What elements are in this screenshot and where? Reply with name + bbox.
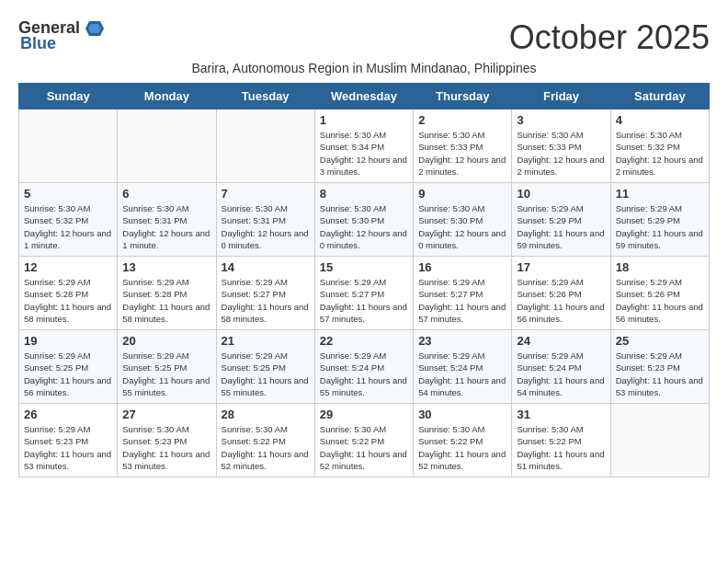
day-info: Sunrise: 5:30 AM Sunset: 5:31 PM Dayligh…	[222, 202, 310, 251]
day-number: 26	[24, 408, 112, 421]
day-number: 15	[320, 260, 408, 274]
calendar-cell: 1Sunrise: 5:30 AM Sunset: 5:34 PM Daylig…	[314, 109, 413, 183]
day-info: Sunrise: 5:30 AM Sunset: 5:30 PM Dayligh…	[418, 202, 506, 251]
weekday-header-row: SundayMondayTuesdayWednesdayThursdayFrid…	[19, 84, 710, 109]
calendar-cell: 2Sunrise: 5:30 AM Sunset: 5:33 PM Daylig…	[414, 109, 512, 183]
day-number: 18	[616, 260, 704, 274]
day-info: Sunrise: 5:29 AM Sunset: 5:25 PM Dayligh…	[24, 350, 112, 398]
day-info: Sunrise: 5:29 AM Sunset: 5:27 PM Dayligh…	[418, 276, 506, 325]
day-number: 22	[320, 334, 408, 348]
weekday-header-wednesday: Wednesday	[314, 84, 413, 109]
day-number: 10	[517, 187, 605, 201]
day-info: Sunrise: 5:29 AM Sunset: 5:29 PM Dayligh…	[616, 202, 704, 251]
day-info: Sunrise: 5:29 AM Sunset: 5:26 PM Dayligh…	[517, 276, 605, 325]
page-header: General Blue October 2025	[18, 18, 710, 57]
day-number: 8	[320, 187, 408, 201]
day-info: Sunrise: 5:30 AM Sunset: 5:34 PM Dayligh…	[320, 129, 408, 178]
day-info: Sunrise: 5:29 AM Sunset: 5:23 PM Dayligh…	[24, 423, 112, 472]
calendar-cell	[19, 109, 118, 183]
logo: General Blue	[18, 18, 104, 53]
weekday-header-saturday: Saturday	[610, 84, 709, 109]
calendar-week-row: 26Sunrise: 5:29 AM Sunset: 5:23 PM Dayli…	[19, 404, 710, 477]
calendar-table: SundayMondayTuesdayWednesdayThursdayFrid…	[18, 83, 710, 477]
day-number: 4	[616, 113, 704, 127]
calendar-cell: 16Sunrise: 5:29 AM Sunset: 5:27 PM Dayli…	[414, 257, 512, 330]
day-number: 28	[222, 408, 310, 421]
calendar-cell: 25Sunrise: 5:29 AM Sunset: 5:23 PM Dayli…	[610, 330, 709, 404]
day-info: Sunrise: 5:29 AM Sunset: 5:28 PM Dayligh…	[122, 276, 210, 325]
weekday-header-friday: Friday	[512, 84, 610, 109]
calendar-cell: 24Sunrise: 5:29 AM Sunset: 5:24 PM Dayli…	[512, 330, 610, 404]
calendar-cell: 28Sunrise: 5:30 AM Sunset: 5:22 PM Dayli…	[216, 404, 314, 477]
day-number: 25	[616, 334, 704, 348]
day-info: Sunrise: 5:29 AM Sunset: 5:25 PM Dayligh…	[122, 350, 210, 398]
day-number: 19	[24, 334, 112, 348]
day-info: Sunrise: 5:29 AM Sunset: 5:24 PM Dayligh…	[517, 350, 605, 398]
calendar-cell: 30Sunrise: 5:30 AM Sunset: 5:22 PM Dayli…	[414, 404, 512, 477]
calendar-cell: 31Sunrise: 5:30 AM Sunset: 5:22 PM Dayli…	[512, 404, 610, 477]
calendar-cell: 10Sunrise: 5:29 AM Sunset: 5:29 PM Dayli…	[512, 183, 610, 257]
day-number: 30	[418, 408, 506, 421]
month-title: October 2025	[509, 18, 710, 57]
day-info: Sunrise: 5:30 AM Sunset: 5:33 PM Dayligh…	[418, 129, 506, 178]
calendar-cell: 29Sunrise: 5:30 AM Sunset: 5:22 PM Dayli…	[314, 404, 413, 477]
calendar-cell: 6Sunrise: 5:30 AM Sunset: 5:31 PM Daylig…	[118, 183, 216, 257]
day-number: 31	[517, 408, 605, 421]
day-number: 17	[517, 260, 605, 274]
day-number: 20	[122, 334, 210, 348]
calendar-cell: 4Sunrise: 5:30 AM Sunset: 5:32 PM Daylig…	[610, 109, 709, 183]
day-info: Sunrise: 5:29 AM Sunset: 5:24 PM Dayligh…	[418, 350, 506, 398]
day-info: Sunrise: 5:29 AM Sunset: 5:29 PM Dayligh…	[517, 202, 605, 251]
calendar-cell: 19Sunrise: 5:29 AM Sunset: 5:25 PM Dayli…	[19, 330, 118, 404]
calendar-cell: 23Sunrise: 5:29 AM Sunset: 5:24 PM Dayli…	[414, 330, 512, 404]
day-number: 14	[222, 260, 310, 274]
day-number: 13	[122, 260, 210, 274]
weekday-header-thursday: Thursday	[414, 84, 512, 109]
day-number: 21	[222, 334, 310, 348]
day-number: 16	[418, 260, 506, 274]
calendar-cell	[216, 109, 314, 183]
calendar-cell: 11Sunrise: 5:29 AM Sunset: 5:29 PM Dayli…	[610, 183, 709, 257]
day-number: 1	[320, 113, 408, 127]
day-info: Sunrise: 5:29 AM Sunset: 5:23 PM Dayligh…	[616, 350, 704, 398]
calendar-cell: 27Sunrise: 5:30 AM Sunset: 5:23 PM Dayli…	[118, 404, 216, 477]
day-info: Sunrise: 5:30 AM Sunset: 5:22 PM Dayligh…	[222, 423, 310, 472]
subtitle: Barira, Autonomous Region in Muslim Mind…	[18, 61, 710, 75]
calendar-cell: 17Sunrise: 5:29 AM Sunset: 5:26 PM Dayli…	[512, 257, 610, 330]
calendar-week-row: 5Sunrise: 5:30 AM Sunset: 5:32 PM Daylig…	[19, 183, 710, 257]
day-info: Sunrise: 5:30 AM Sunset: 5:32 PM Dayligh…	[616, 129, 704, 178]
day-info: Sunrise: 5:29 AM Sunset: 5:27 PM Dayligh…	[320, 276, 408, 325]
logo-blue-text: Blue	[20, 34, 56, 53]
calendar-week-row: 12Sunrise: 5:29 AM Sunset: 5:28 PM Dayli…	[19, 257, 710, 330]
day-number: 23	[418, 334, 506, 348]
day-info: Sunrise: 5:29 AM Sunset: 5:26 PM Dayligh…	[616, 276, 704, 325]
calendar-week-row: 19Sunrise: 5:29 AM Sunset: 5:25 PM Dayli…	[19, 330, 710, 404]
day-info: Sunrise: 5:29 AM Sunset: 5:28 PM Dayligh…	[24, 276, 112, 325]
calendar-cell: 18Sunrise: 5:29 AM Sunset: 5:26 PM Dayli…	[610, 257, 709, 330]
day-number: 2	[418, 113, 506, 127]
calendar-cell: 5Sunrise: 5:30 AM Sunset: 5:32 PM Daylig…	[19, 183, 118, 257]
day-number: 6	[122, 187, 210, 201]
day-number: 3	[517, 113, 605, 127]
calendar-cell: 26Sunrise: 5:29 AM Sunset: 5:23 PM Dayli…	[19, 404, 118, 477]
calendar-week-row: 1Sunrise: 5:30 AM Sunset: 5:34 PM Daylig…	[19, 109, 710, 183]
day-number: 29	[320, 408, 408, 421]
day-info: Sunrise: 5:30 AM Sunset: 5:23 PM Dayligh…	[122, 423, 210, 472]
calendar-cell: 21Sunrise: 5:29 AM Sunset: 5:25 PM Dayli…	[216, 330, 314, 404]
day-info: Sunrise: 5:30 AM Sunset: 5:32 PM Dayligh…	[24, 202, 112, 251]
day-info: Sunrise: 5:30 AM Sunset: 5:22 PM Dayligh…	[320, 423, 408, 472]
day-info: Sunrise: 5:30 AM Sunset: 5:22 PM Dayligh…	[418, 423, 506, 472]
day-info: Sunrise: 5:30 AM Sunset: 5:30 PM Dayligh…	[320, 202, 408, 251]
day-number: 11	[616, 187, 704, 201]
calendar-cell: 22Sunrise: 5:29 AM Sunset: 5:24 PM Dayli…	[314, 330, 413, 404]
calendar-cell: 9Sunrise: 5:30 AM Sunset: 5:30 PM Daylig…	[414, 183, 512, 257]
calendar-cell	[118, 109, 216, 183]
logo-icon	[82, 19, 104, 38]
day-number: 5	[24, 187, 112, 201]
day-number: 27	[122, 408, 210, 421]
calendar-cell: 20Sunrise: 5:29 AM Sunset: 5:25 PM Dayli…	[118, 330, 216, 404]
day-number: 7	[222, 187, 310, 201]
weekday-header-tuesday: Tuesday	[216, 84, 314, 109]
day-info: Sunrise: 5:30 AM Sunset: 5:31 PM Dayligh…	[122, 202, 210, 251]
calendar-cell: 14Sunrise: 5:29 AM Sunset: 5:27 PM Dayli…	[216, 257, 314, 330]
